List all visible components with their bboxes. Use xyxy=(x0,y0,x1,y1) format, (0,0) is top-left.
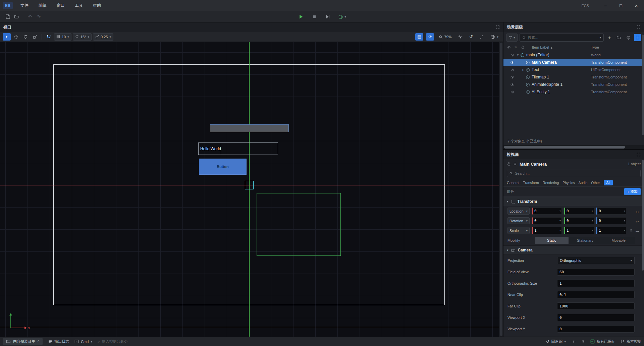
scale-z-field[interactable]: ▾ xyxy=(596,227,626,234)
world-dropdown[interactable]: ▾ xyxy=(488,33,500,41)
tab-all[interactable]: All xyxy=(604,180,613,185)
eye-icon[interactable] xyxy=(510,82,516,87)
cmd-dropdown[interactable]: Cmd ▾ xyxy=(74,339,92,344)
scale-x-field[interactable]: ▾ xyxy=(532,227,562,234)
step-button[interactable] xyxy=(323,13,332,21)
eye-icon[interactable] xyxy=(510,68,516,72)
inspector-search-input[interactable] xyxy=(515,171,638,175)
expand-panel-icon[interactable] xyxy=(496,25,500,29)
location-z-field[interactable]: ▾ xyxy=(596,208,626,215)
field-of-view-input[interactable] xyxy=(557,268,635,276)
visibility-button[interactable] xyxy=(426,33,434,41)
stats-button[interactable] xyxy=(456,33,464,41)
transform-section-header[interactable]: ▾ Transform xyxy=(503,197,644,206)
stop-button[interactable] xyxy=(310,13,319,21)
scene-canvas[interactable]: Hello World Button x xyxy=(0,42,503,337)
select-tool-button[interactable] xyxy=(3,33,11,41)
location-dropdown[interactable]: Location ▾ xyxy=(507,208,530,215)
move-tool-button[interactable] xyxy=(12,33,20,41)
tab-other[interactable]: Other xyxy=(591,181,600,185)
projection-select[interactable]: Orthographic ▾ xyxy=(557,257,635,264)
tab-general[interactable]: General xyxy=(507,181,519,185)
reset-view-button[interactable]: ↺ xyxy=(467,33,475,41)
tab-audio[interactable]: Audio xyxy=(578,181,587,185)
add-entity-button[interactable]: + xyxy=(606,34,613,41)
far-clip-input[interactable] xyxy=(557,302,635,310)
undo-button[interactable]: ↶ xyxy=(25,13,34,21)
snap-toggle-button[interactable] xyxy=(45,33,53,41)
scene-text-widget[interactable]: Hello World xyxy=(198,142,278,155)
viewport-x-input[interactable] xyxy=(557,314,635,321)
link-axes-icon[interactable]: ↔ xyxy=(635,218,640,224)
maximize-button[interactable]: □ xyxy=(613,0,629,11)
new-folder-button[interactable] xyxy=(615,34,623,41)
expand-panel-icon[interactable] xyxy=(637,25,641,29)
hierarchy-row[interactable]: ▸ Text UITextComponent xyxy=(503,66,644,73)
rotation-x-field[interactable]: ▾ xyxy=(532,217,562,224)
save-button[interactable] xyxy=(3,13,12,21)
scale-dropdown[interactable]: Scale ▾ xyxy=(507,227,530,234)
star-column-icon[interactable]: ☆ xyxy=(514,45,518,49)
hierarchy-row[interactable]: Tilemap 1 TransformComponent xyxy=(503,73,644,81)
save-status[interactable]: 所有已保存 xyxy=(590,339,615,344)
scene-button-widget[interactable]: Button xyxy=(199,159,247,175)
orthographic-size-input[interactable] xyxy=(557,280,635,287)
rotation-z-field[interactable]: ▾ xyxy=(596,217,626,224)
type-column[interactable]: Type xyxy=(591,45,599,49)
menu-edit[interactable]: 编辑 xyxy=(34,0,52,11)
eye-icon[interactable] xyxy=(510,53,516,57)
uniform-scale-lock-icon[interactable] xyxy=(629,229,633,232)
show-grid-button[interactable] xyxy=(415,33,423,41)
close-button[interactable]: × xyxy=(629,0,644,11)
microphone-icon[interactable] xyxy=(581,339,585,344)
run-target-dropdown[interactable]: ▾ xyxy=(337,13,347,21)
rotation-dropdown[interactable]: Rotation ▾ xyxy=(507,217,530,224)
console-command-input[interactable]: > 输入控制台命令 xyxy=(98,339,127,344)
scene-slider-widget[interactable] xyxy=(210,124,289,132)
hierarchy-settings-button[interactable] xyxy=(625,34,632,41)
hierarchy-row[interactable]: ▾ main (Editor) World xyxy=(503,51,644,59)
hierarchy-hscrollbar[interactable] xyxy=(503,145,644,149)
selection-gizmo[interactable] xyxy=(245,181,254,189)
play-button[interactable] xyxy=(297,13,305,21)
mobility-stationary[interactable]: Stationary xyxy=(569,237,602,244)
collapse-caret-icon[interactable]: ▾ xyxy=(516,53,520,57)
redo-button[interactable]: ↷ xyxy=(34,13,43,21)
scale-y-field[interactable]: ▾ xyxy=(564,227,594,234)
expand-panel-icon[interactable] xyxy=(637,153,641,157)
add-component-button[interactable]: + 添加 xyxy=(624,188,641,195)
rotate-snap-dropdown[interactable]: 15° ▾ xyxy=(73,33,92,41)
hierarchy-search-input[interactable] xyxy=(528,36,598,40)
location-x-field[interactable]: ▾ xyxy=(532,208,562,215)
link-axes-icon[interactable]: ↔ xyxy=(635,228,640,234)
rotate-tool-button[interactable] xyxy=(21,33,30,41)
menu-tools[interactable]: 工具 xyxy=(70,0,88,11)
version-control-button[interactable]: 版本控制 xyxy=(621,339,641,344)
eye-column-icon[interactable] xyxy=(507,45,511,49)
menu-help[interactable]: 帮助 xyxy=(88,0,106,11)
lock-open-icon[interactable] xyxy=(507,162,511,166)
grid-snap-dropdown[interactable]: 10 ▾ xyxy=(54,33,71,41)
tab-physics[interactable]: Physics xyxy=(562,181,575,185)
open-button[interactable] xyxy=(12,13,21,21)
fullscreen-button[interactable] xyxy=(478,33,486,41)
inspector-vscrollbar[interactable] xyxy=(642,160,644,271)
mobility-movable[interactable]: Movable xyxy=(602,237,635,244)
viewport-scrollbar[interactable] xyxy=(499,42,503,337)
camera-section-header[interactable]: ▾ Camera xyxy=(503,245,644,255)
hierarchy-vscrollbar[interactable] xyxy=(642,35,644,135)
hierarchy-row[interactable]: AI Entity 1 TransformComponent xyxy=(503,88,644,96)
mobility-static[interactable]: Static xyxy=(535,237,569,244)
link-axes-icon[interactable]: ↔ xyxy=(635,208,640,214)
menu-file[interactable]: 文件 xyxy=(15,0,34,11)
camera-bounds-rect[interactable] xyxy=(257,193,341,256)
rotation-y-field[interactable]: ▾ xyxy=(564,217,594,224)
hierarchy-row[interactable]: AnimatedSprite 1 TransformComponent xyxy=(503,81,644,88)
scale-tool-button[interactable] xyxy=(31,33,39,41)
location-y-field[interactable]: ▾ xyxy=(564,208,594,215)
tab-rendering[interactable]: Rendering xyxy=(543,181,559,185)
tab-transform[interactable]: Transform xyxy=(523,181,539,185)
menu-window[interactable]: 窗口 xyxy=(52,0,70,11)
expand-caret-icon[interactable]: ▸ xyxy=(521,68,526,71)
item-label-column[interactable]: Item Label ▲ xyxy=(532,45,553,49)
